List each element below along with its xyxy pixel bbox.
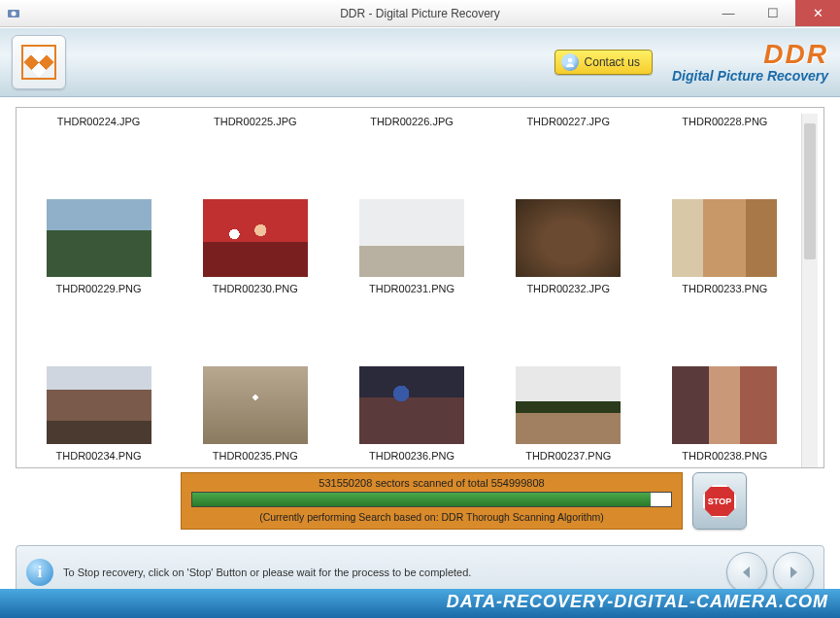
minimize-button[interactable]: — bbox=[706, 0, 751, 26]
window-controls: — ☐ ✕ bbox=[706, 0, 840, 26]
progress-subtext: (Currently performing Search based on: D… bbox=[191, 511, 672, 523]
file-label: THDR00229.PNG bbox=[56, 283, 142, 294]
next-button[interactable] bbox=[773, 552, 814, 593]
window-title: DDR - Digital Picture Recovery bbox=[340, 7, 500, 20]
thumbnail-image bbox=[203, 366, 308, 444]
thumbnail-image bbox=[672, 199, 777, 277]
maximize-button[interactable]: ☐ bbox=[751, 0, 795, 26]
thumbnail-item[interactable]: THDR00230.PNG bbox=[179, 135, 331, 300]
thumbnail-item[interactable]: THDR00237.PNG bbox=[492, 302, 645, 467]
file-label[interactable]: THDR00228.PNG bbox=[649, 114, 801, 133]
person-icon bbox=[561, 53, 579, 71]
thumbnail-item[interactable]: THDR00235.PNG bbox=[179, 302, 331, 467]
main-content: THDR00224.JPG THDR00225.JPG THDR00226.JP… bbox=[0, 97, 840, 535]
file-label: THDR00230.PNG bbox=[213, 283, 298, 294]
thumbnail-image bbox=[47, 366, 151, 444]
info-text: To Stop recovery, click on 'Stop' Button… bbox=[63, 566, 717, 578]
progress-row: 531550208 sectors scanned of total 55499… bbox=[16, 472, 824, 530]
file-label: THDR00236.PNG bbox=[369, 450, 454, 462]
file-label: THDR00235.PNG bbox=[213, 450, 298, 462]
stop-label: STOP bbox=[708, 497, 731, 506]
file-label[interactable]: THDR00225.JPG bbox=[179, 114, 331, 133]
stop-icon: STOP bbox=[703, 485, 736, 518]
file-label: THDR00234.PNG bbox=[56, 450, 142, 462]
vertical-scrollbar[interactable] bbox=[801, 114, 818, 467]
file-label[interactable]: THDR00227.JPG bbox=[492, 114, 645, 133]
app-icon bbox=[6, 6, 21, 21]
thumbnail-panel: THDR00224.JPG THDR00225.JPG THDR00226.JP… bbox=[16, 107, 824, 468]
thumbnail-item[interactable]: THDR00236.PNG bbox=[335, 302, 487, 467]
thumbnail-grid: THDR00224.JPG THDR00225.JPG THDR00226.JP… bbox=[22, 114, 801, 467]
back-button[interactable] bbox=[726, 552, 767, 593]
thumbnail-item[interactable]: THDR00229.PNG bbox=[22, 135, 175, 300]
file-label[interactable]: THDR00224.JPG bbox=[22, 114, 175, 133]
file-label: THDR00231.PNG bbox=[369, 283, 454, 294]
titlebar: DDR - Digital Picture Recovery — ☐ ✕ bbox=[0, 0, 840, 27]
thumbnail-item[interactable]: THDR00234.PNG bbox=[22, 302, 175, 467]
nav-arrows bbox=[726, 552, 814, 593]
arrow-right-icon bbox=[785, 564, 802, 581]
progress-text: 531550208 sectors scanned of total 55499… bbox=[191, 477, 672, 489]
contact-label: Contact us bbox=[585, 55, 640, 69]
svg-point-2 bbox=[567, 58, 571, 62]
footer-url: DATA-RECOVERY-DIGITAL-CAMERA.COM bbox=[0, 589, 840, 618]
header: Contact us DDR Digital Picture Recovery bbox=[0, 27, 840, 97]
contact-us-button[interactable]: Contact us bbox=[554, 50, 653, 75]
brand-logo-text: DDR bbox=[672, 41, 828, 68]
file-label[interactable]: THDR00226.JPG bbox=[335, 114, 487, 133]
scroll-thumb[interactable] bbox=[804, 123, 816, 259]
thumbnail-item[interactable]: THDR00233.PNG bbox=[649, 135, 801, 300]
thumbnail-image bbox=[516, 199, 621, 277]
brand-subtitle: Digital Picture Recovery bbox=[672, 68, 828, 84]
thumbnail-item[interactable]: THDR00231.PNG bbox=[335, 135, 487, 300]
thumbnail-image bbox=[359, 199, 464, 277]
file-label: THDR00232.JPG bbox=[526, 283, 610, 294]
thumbnail-image bbox=[203, 199, 308, 277]
progress-bar bbox=[191, 492, 672, 507]
progress-fill bbox=[192, 493, 651, 506]
thumbnail-image bbox=[516, 366, 621, 444]
brand: DDR Digital Picture Recovery bbox=[672, 41, 828, 84]
thumbnail-image bbox=[47, 199, 151, 277]
home-logo-button[interactable] bbox=[12, 35, 66, 89]
svg-point-1 bbox=[12, 11, 17, 16]
info-icon: i bbox=[26, 559, 53, 586]
thumbnail-image bbox=[359, 366, 464, 444]
progress-panel: 531550208 sectors scanned of total 55499… bbox=[181, 472, 683, 530]
logo-icon bbox=[21, 45, 56, 80]
thumbnail-image bbox=[672, 366, 777, 444]
stop-button[interactable]: STOP bbox=[692, 472, 747, 530]
arrow-left-icon bbox=[738, 564, 756, 581]
file-label: THDR00238.PNG bbox=[682, 450, 767, 462]
close-button[interactable]: ✕ bbox=[795, 0, 840, 26]
file-label: THDR00233.PNG bbox=[682, 283, 767, 294]
file-label: THDR00237.PNG bbox=[525, 450, 611, 462]
thumbnail-item[interactable]: THDR00232.JPG bbox=[492, 135, 645, 300]
thumbnail-item[interactable]: THDR00238.PNG bbox=[649, 302, 801, 467]
